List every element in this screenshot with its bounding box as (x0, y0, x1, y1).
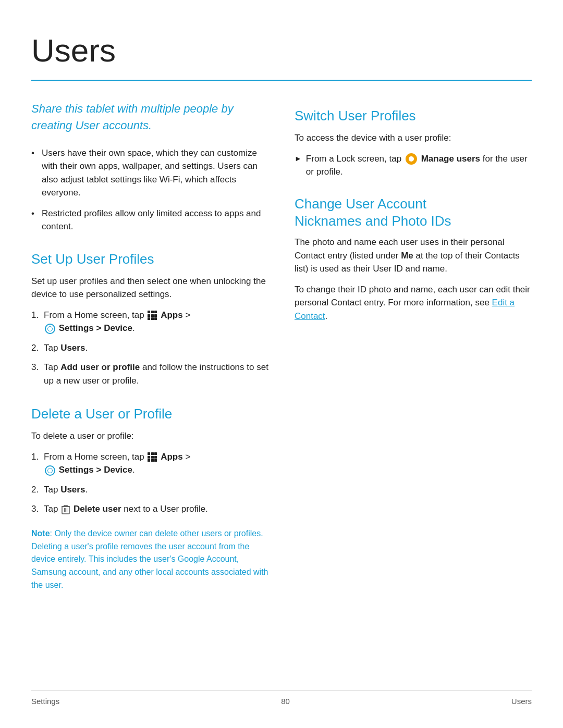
section-heading-setup: Set Up User Profiles (31, 249, 268, 269)
section-heading-switch: Switch User Profiles (295, 106, 532, 126)
footer-right: Users (511, 696, 532, 708)
footer-left: Settings (31, 696, 59, 708)
right-column: Switch User Profiles To access the devic… (295, 101, 532, 592)
section-heading-delete: Delete a User or Profile (31, 404, 268, 424)
apps-grid-icon-1 (148, 311, 157, 320)
page-footer: Settings 80 Users (31, 690, 532, 708)
settings-gear-icon-1 (45, 324, 55, 334)
footer-center: 80 (281, 696, 290, 708)
bullet-item-1: Users have their own space, which they c… (31, 146, 268, 200)
arrow-icon: ► (295, 153, 302, 164)
change-section: Change User Account Nicknames and Photo … (295, 195, 532, 323)
setup-step-3: 3. Tap Add user or profile and follow th… (31, 361, 268, 387)
section-heading-change: Change User Account Nicknames and Photo … (295, 195, 532, 231)
delete-step-1: 1. From a Home screen, tap Apps > Settin… (31, 450, 268, 477)
switch-bullet: ► From a Lock screen, tap Manage users f… (295, 152, 532, 179)
settings-gear-icon-2 (45, 465, 55, 476)
note-label: Note (31, 529, 50, 538)
delete-note: Note: Only the device owner can delete o… (31, 527, 268, 592)
delete-section: Delete a User or Profile To delete a use… (31, 404, 268, 591)
delete-steps: 1. From a Home screen, tap Apps > Settin… (31, 450, 268, 516)
trash-icon (62, 504, 70, 515)
delete-step-2: 2. Tap Users. (31, 483, 268, 497)
left-column: Share this tablet with multiple people b… (31, 101, 268, 592)
bullet-item-2: Restricted profiles allow only limited a… (31, 207, 268, 233)
intro-bullets: Users have their own space, which they c… (31, 146, 268, 233)
manage-users-icon (406, 153, 417, 165)
setup-desc: Set up user profiles and then select one… (31, 275, 268, 301)
setup-step-2: 2. Tap Users. (31, 341, 268, 355)
page-title: Users (31, 26, 532, 75)
switch-desc: To access the device with a user profile… (295, 131, 532, 145)
change-desc1: The photo and name each user uses in the… (295, 236, 532, 276)
title-divider (31, 80, 532, 81)
change-desc2: To change their ID photo and name, each … (295, 283, 532, 323)
apps-grid-icon-2 (148, 452, 157, 462)
delete-step-3: 3. Tap Delete user next to a User profil… (31, 502, 268, 516)
setup-steps: 1. From a Home screen, tap Apps > Settin… (31, 309, 268, 388)
main-content: Share this tablet with multiple people b… (31, 101, 532, 592)
setup-step-1: 1. From a Home screen, tap Apps > Settin… (31, 309, 268, 335)
delete-desc: To delete a user or profile: (31, 429, 268, 443)
intro-italic: Share this tablet with multiple people b… (31, 101, 268, 134)
